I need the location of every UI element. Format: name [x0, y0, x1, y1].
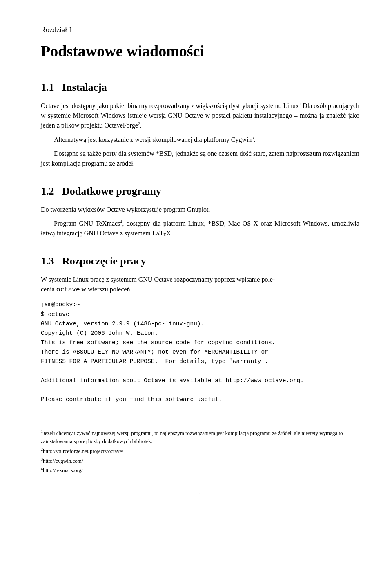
section-3-title: 1.3 Rozpoczęcie pracy — [41, 253, 359, 269]
page-number: 1 — [41, 491, 359, 500]
footnote-2: 2http://sourceforge.net/projects/octave/ — [41, 446, 359, 455]
section-1-title: 1.1 Instalacja — [41, 79, 359, 95]
footnote-ref-4: 4 — [120, 220, 122, 224]
footnote-1: 1Jeżeli chcemy używać najnowszej wersji … — [41, 428, 359, 445]
section-1-para-2: Alternatywą jest korzystanie z wersji sk… — [41, 135, 359, 145]
section-2-para-2: Program GNU TeXmacs4, dostępny dla platf… — [41, 219, 359, 238]
footnote-4: 4http://texmacs.org/ — [41, 466, 359, 475]
chapter-title: Podstawowe wiadomości — [41, 40, 359, 63]
code-block: jam@pooky:~ $ octave GNU Octave, version… — [41, 300, 359, 404]
section-2-para-1: Do tworzenia wykresów Octave wykorzystuj… — [41, 205, 359, 215]
section-2-title: 1.2 Dodatkowe programy — [41, 183, 359, 199]
footnote-ref-3: 3 — [252, 136, 254, 140]
section-3-intro: W systemie Linux pracę z systemem GNU Oc… — [41, 275, 359, 294]
footnote-3: 3http://cygwin.com/ — [41, 456, 359, 465]
footnote-ref-2: 2 — [138, 121, 140, 126]
footnote-area: 1Jeżeli chcemy używać najnowszej wersji … — [41, 425, 359, 475]
section-1-para-1: Octave jest dostępny jako pakiet binarny… — [41, 101, 359, 131]
chapter-label: Rozdział 1 — [41, 25, 359, 36]
section-1-para-3: Dostępne są także porty dla systemów *BS… — [41, 149, 359, 168]
footnote-ref-1: 1 — [299, 102, 301, 106]
